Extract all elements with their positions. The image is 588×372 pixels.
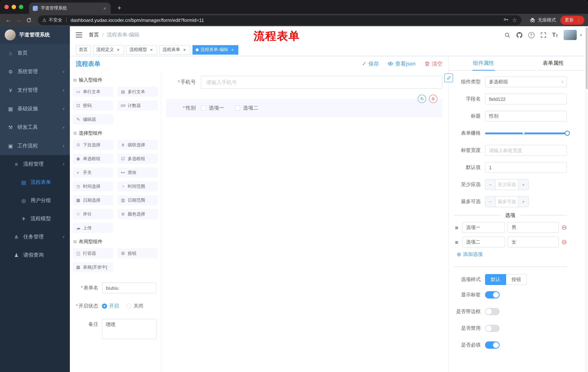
phone-field[interactable]: *手机号 — [166, 76, 442, 89]
component-item-slider[interactable]: ⊷滑块 — [117, 167, 158, 178]
increase-button[interactable]: + — [518, 180, 528, 190]
component-item-cascader[interactable]: ⋔级联选择 — [117, 140, 158, 150]
component-item-button[interactable]: ⊞按钮 — [117, 248, 158, 258]
forward-button[interactable]: → — [14, 15, 23, 25]
remove-option-icon[interactable]: ⊖ — [561, 239, 567, 245]
component-item-table[interactable]: ▦表格[开发中] — [73, 262, 113, 272]
option-value-input[interactable] — [508, 222, 559, 233]
component-item-date-picker[interactable]: ▦日期选择 — [73, 195, 113, 205]
option-label-input[interactable] — [462, 222, 505, 233]
close-window-button[interactable] — [4, 5, 9, 9]
browser-menu-icon[interactable]: ⋮ — [575, 17, 582, 23]
disabled-switch[interactable] — [485, 325, 500, 332]
font-size-icon[interactable]: TT — [552, 32, 558, 38]
tag-close-icon[interactable]: × — [230, 47, 235, 52]
bookmark-star-icon[interactable]: ☆ — [512, 17, 517, 23]
new-tab-button[interactable]: + — [115, 4, 124, 12]
page-scrollbar[interactable] — [585, 26, 588, 372]
field-link-button[interactable] — [444, 74, 453, 82]
sidebar-item-system-management[interactable]: ⚙ 系统管理 ∨ — [0, 62, 70, 81]
component-item-time-range[interactable]: ◔时间范围 — [117, 181, 158, 191]
fullscreen-icon[interactable] — [540, 32, 546, 38]
gender-field[interactable]: *性别 选项一 选项二 — [166, 99, 442, 117]
phone-input[interactable] — [201, 76, 442, 89]
zoom-window-button[interactable] — [19, 5, 23, 9]
component-item-password[interactable]: ⊡密码 — [73, 100, 113, 111]
option-label-input[interactable] — [462, 237, 505, 247]
remark-textarea[interactable]: 嘿嘿 — [102, 319, 157, 339]
checkbox-icon[interactable] — [235, 106, 240, 111]
form-grid-slider[interactable] — [485, 128, 567, 139]
tag-process-form[interactable]: 流程表单 × — [159, 45, 190, 54]
default-value-input[interactable] — [485, 162, 567, 173]
drag-handle-icon[interactable]: ≡ — [454, 239, 460, 245]
sidebar-item-workflow[interactable]: ▣ 工作流程 ∧ — [0, 137, 70, 155]
component-item-single-text[interactable]: ▭单行文本 — [73, 87, 113, 97]
component-item-editor[interactable]: ✎编辑器 — [73, 114, 113, 125]
clear-button[interactable]: 清空 — [424, 60, 442, 67]
sidebar-item-dev-tools[interactable]: ⚒ 研发工具 ∨ — [0, 118, 70, 137]
help-icon[interactable]: ? — [528, 32, 534, 38]
style-button-button[interactable]: 按钮 — [506, 274, 527, 285]
increase-button[interactable]: + — [518, 197, 528, 207]
sidebar-item-infrastructure[interactable]: ▦ 基础设施 ∨ — [0, 99, 70, 118]
save-button[interactable]: ✓ 保存 — [362, 60, 379, 67]
form-name-input[interactable] — [102, 282, 157, 293]
radio-icon[interactable] — [126, 304, 131, 309]
search-icon[interactable] — [504, 32, 510, 38]
sidebar-item-process-management[interactable]: ≡ 流程管理 ∧ — [0, 155, 70, 173]
component-item-upload[interactable]: ☁上传 — [73, 223, 113, 233]
component-item-row-container[interactable]: ◫行容器 — [73, 248, 113, 258]
component-item-counter[interactable]: 123计数器 — [117, 100, 158, 111]
remove-option-icon[interactable]: ⊖ — [561, 224, 567, 231]
decrease-button[interactable]: − — [485, 180, 496, 190]
browser-tab[interactable]: 芋道管理系统 × — [29, 2, 111, 14]
sidebar-item-payment-management[interactable]: ¥ 支付管理 ∨ — [0, 81, 70, 99]
component-item-time-picker[interactable]: ◷时间选择 — [73, 181, 113, 191]
style-default-button[interactable]: 默认 — [485, 274, 506, 285]
password-key-icon[interactable] — [503, 17, 508, 23]
component-item-color-picker[interactable]: ⊛颜色选择 — [117, 209, 158, 219]
max-select-input[interactable] — [496, 197, 518, 207]
component-item-radio-group[interactable]: ◉单选框组 — [73, 154, 113, 164]
option-value-input[interactable] — [508, 237, 559, 247]
tag-process-form-edit[interactable]: 流程表单-编辑 × — [192, 45, 238, 54]
checkbox-option-2[interactable]: 选项二 — [235, 105, 258, 111]
sidebar-item-process-form[interactable]: ▤ 流程表单 — [0, 173, 70, 191]
back-button[interactable]: ← — [4, 15, 13, 25]
sidebar-item-home[interactable]: ⌂ 首页 — [0, 44, 70, 62]
component-type-value[interactable] — [485, 76, 567, 87]
status-radio-off[interactable]: 关闭 — [126, 303, 143, 309]
component-item-rate[interactable]: ☆评分 — [73, 209, 113, 219]
sidebar-item-process-model[interactable]: ✈ 流程模型 — [0, 210, 70, 228]
add-option-button[interactable]: ⊕ 添加选项 — [457, 251, 567, 258]
tab-component-props[interactable]: 组件属性 — [449, 56, 518, 70]
component-type-select[interactable]: ∨ — [485, 76, 567, 87]
sidebar-item-task-management[interactable]: ⋔ 任务管理 ∨ — [0, 228, 70, 246]
view-json-button[interactable]: 查看json — [388, 60, 416, 67]
decrease-button[interactable]: − — [485, 197, 496, 207]
breadcrumb-home[interactable]: 首页 — [89, 32, 99, 38]
component-item-switch[interactable]: ◐开关 — [73, 167, 113, 178]
drag-handle-icon[interactable]: ≡ — [454, 224, 460, 231]
slider-handle[interactable] — [565, 131, 570, 136]
required-switch[interactable] — [485, 341, 500, 349]
tag-process-definition[interactable]: 流程定义 × — [93, 45, 124, 54]
label-width-input[interactable] — [485, 145, 567, 156]
radio-icon[interactable] — [102, 304, 107, 309]
tag-close-icon[interactable]: × — [182, 47, 187, 52]
component-item-multi-text[interactable]: ▤多行文本 — [117, 87, 158, 97]
address-bar[interactable]: ⚠ 不安全 dashboard.yudao.iocoder.cn/bpm/man… — [38, 15, 521, 25]
component-item-checkbox-group[interactable]: ☑多选框组 — [117, 154, 158, 164]
avatar[interactable] — [564, 30, 577, 40]
security-warning-icon[interactable]: ⚠ — [42, 17, 46, 23]
show-label-switch[interactable] — [485, 291, 500, 298]
slider-track[interactable] — [485, 132, 567, 134]
github-icon[interactable] — [516, 32, 522, 38]
update-button[interactable]: 更新 ⋮ — [560, 15, 584, 25]
copy-field-button[interactable] — [418, 95, 426, 103]
checkbox-option-1[interactable]: 选项一 — [201, 105, 224, 111]
tag-close-icon[interactable]: × — [116, 47, 121, 52]
title-input[interactable] — [485, 111, 567, 122]
sidebar-item-leave-query[interactable]: ♟ 请假查询 — [0, 246, 70, 264]
